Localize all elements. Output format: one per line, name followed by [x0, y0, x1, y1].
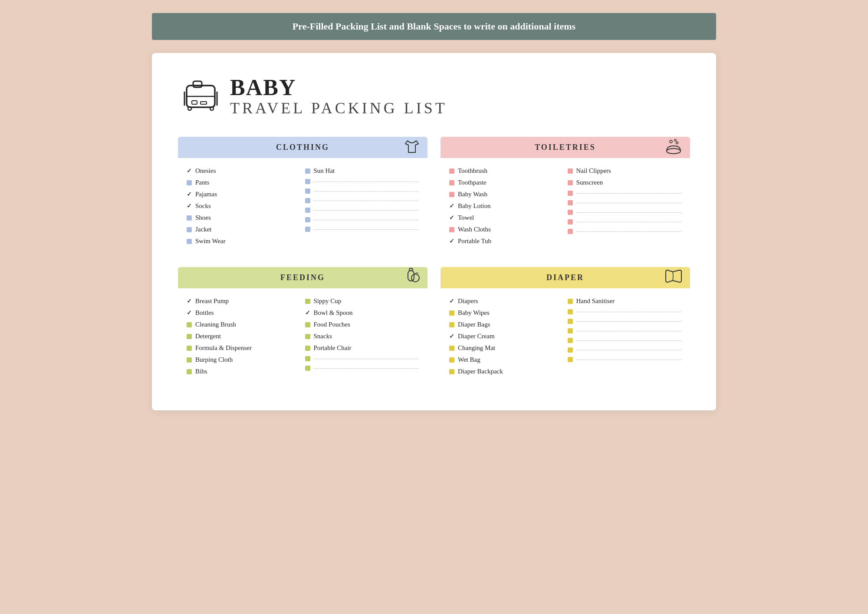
blank-line: [568, 198, 682, 208]
diaper-body: ✓Diapers Baby Wipes Diaper Bags ✓Diaper …: [441, 288, 690, 384]
blank-line: [568, 326, 682, 336]
section-diaper: DIAPER ✓Diapers Baby Wipes Diaper Bags ✓…: [441, 267, 690, 384]
list-item: Bibs: [187, 366, 301, 377]
blank-line: [568, 355, 682, 364]
blank-line: [305, 196, 419, 205]
clothing-body: ✓Onesies Pants ✓Pajamas ✓Socks Shoes Jac…: [178, 158, 427, 254]
toiletries-header: TOILETRIES: [441, 137, 690, 158]
title-block: BABY TRAVEL PACKING LIST: [230, 76, 447, 118]
clothing-label: CLOTHING: [276, 143, 329, 152]
diaper-icon: [664, 267, 683, 288]
blank-line: [568, 217, 682, 227]
list-item: Baby Wash: [449, 188, 563, 200]
feeding-icon: [401, 267, 421, 289]
blank-line: [305, 354, 419, 363]
list-item: Wash Cloths: [449, 224, 563, 235]
blank-line: [305, 215, 419, 224]
list-item: Pants: [187, 177, 301, 188]
blank-line: [305, 224, 419, 234]
list-item: ✓Breast Pump: [187, 295, 301, 307]
list-item: ✓Pajamas: [187, 188, 301, 200]
blank-line: [568, 336, 682, 345]
blank-line: [305, 363, 419, 373]
header: BABY TRAVEL PACKING LIST: [178, 75, 690, 119]
luggage-icon: [178, 75, 221, 119]
toiletries-body: Toothbrush Toothpaste Baby Wash ✓Baby Lo…: [441, 158, 690, 254]
list-item: Burping Cloth: [187, 354, 301, 366]
diaper-label: DIAPER: [546, 273, 584, 282]
feeding-header: FEEDING: [178, 267, 427, 288]
svg-point-6: [210, 107, 214, 110]
blank-line: [568, 307, 682, 317]
svg-point-10: [670, 140, 672, 143]
list-item: Changing Mat: [449, 342, 563, 354]
list-item: Sippy Cup: [305, 295, 419, 307]
list-item: ✓Onesies: [187, 165, 301, 177]
toiletries-icon: [664, 137, 683, 158]
list-item: ✓Diaper Cream: [449, 330, 563, 342]
svg-point-11: [674, 139, 676, 141]
list-item: ✓Portable Tub: [449, 235, 563, 247]
list-item: Toothbrush: [449, 165, 563, 177]
list-item: Hand Sanitiser: [568, 295, 682, 307]
title-baby: BABY: [230, 76, 447, 99]
list-item: ✓Socks: [187, 200, 301, 212]
list-item: ✓Baby Lotion: [449, 200, 563, 212]
blank-line: [305, 205, 419, 215]
list-item: Sunscreen: [568, 177, 682, 188]
banner: Pre-Filled Packing List and Blank Spaces…: [152, 13, 716, 40]
list-item: ✓Diapers: [449, 295, 563, 307]
list-item: Diaper Bags: [449, 319, 563, 330]
svg-point-12: [676, 142, 678, 144]
list-item: Swim Wear: [187, 235, 301, 247]
section-toiletries: TOILETRIES Toothbrush Toot: [441, 137, 690, 254]
list-item: Detergent: [187, 330, 301, 342]
banner-text: Pre-Filled Packing List and Blank Spaces…: [293, 21, 575, 32]
toiletries-label: TOILETRIES: [535, 143, 596, 152]
blank-line: [568, 345, 682, 355]
list-item: Shoes: [187, 212, 301, 224]
list-item: ✓Bottles: [187, 307, 301, 319]
blank-line: [568, 227, 682, 236]
svg-rect-1: [193, 81, 202, 87]
list-item: Baby Wipes: [449, 307, 563, 319]
page: BABY TRAVEL PACKING LIST CLOTHING ✓Onesi…: [152, 53, 716, 410]
blank-line: [568, 188, 682, 198]
section-clothing: CLOTHING ✓Onesies Pants ✓Pajamas ✓Socks …: [178, 137, 427, 254]
list-item: Cleaning Brush: [187, 319, 301, 330]
svg-point-15: [411, 274, 419, 282]
blank-line: [568, 317, 682, 326]
blank-line: [305, 186, 419, 196]
list-item: Wet Bag: [449, 354, 563, 366]
list-item: ✓Towel: [449, 212, 563, 224]
list-item: Toothpaste: [449, 177, 563, 188]
list-item: ✓Bowl & Spoon: [305, 307, 419, 319]
list-item: Food Pouches: [305, 319, 419, 330]
list-item: Snacks: [305, 330, 419, 342]
svg-point-9: [667, 149, 681, 154]
svg-rect-14: [408, 271, 414, 281]
section-feeding: FEEDING ✓Breast Pump ✓Bottles: [178, 267, 427, 384]
blank-line: [568, 208, 682, 217]
svg-point-5: [188, 107, 191, 110]
diaper-header: DIAPER: [441, 267, 690, 288]
blank-line: [305, 177, 419, 186]
list-item: Nail Clippers: [568, 165, 682, 177]
title-sub: TRAVEL PACKING LIST: [230, 99, 447, 118]
svg-rect-4: [201, 102, 207, 104]
clothing-header: CLOTHING: [178, 137, 427, 158]
list-item: Jacket: [187, 224, 301, 235]
list-item: Portable Chair: [305, 342, 419, 354]
clothing-icon: [403, 137, 421, 158]
feeding-body: ✓Breast Pump ✓Bottles Cleaning Brush Det…: [178, 288, 427, 384]
svg-rect-3: [192, 101, 197, 104]
list-item: Formula & Dispenser: [187, 342, 301, 354]
list-item: Sun Hat: [305, 165, 419, 177]
feeding-label: FEEDING: [280, 273, 325, 282]
list-item: Diaper Backpack: [449, 366, 563, 377]
